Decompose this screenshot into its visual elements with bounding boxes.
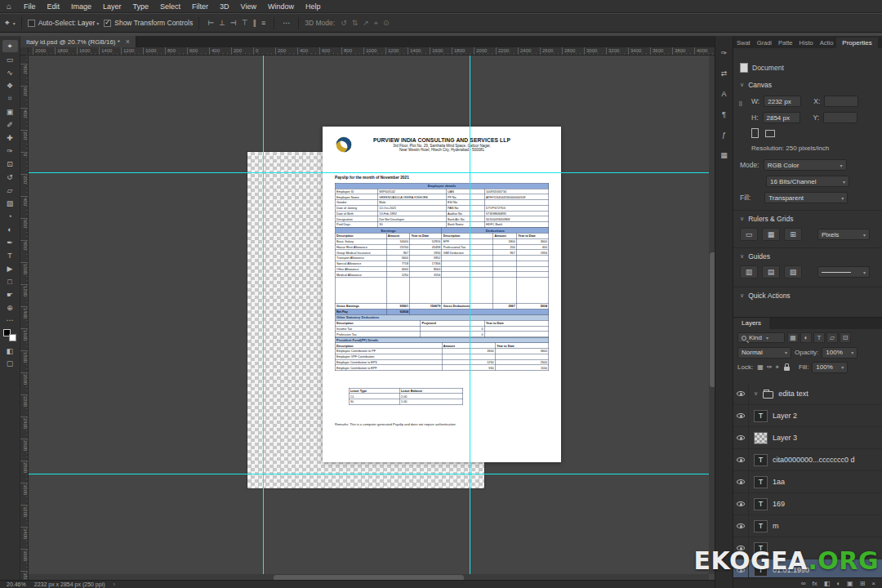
lock-all-icon[interactable]: [784, 367, 790, 371]
eraser-tool[interactable]: ▱: [2, 184, 18, 196]
document-tab[interactable]: Italy id.psd @ 20.7% (RGB/16) * ×: [20, 36, 136, 47]
color-swatches[interactable]: [3, 329, 16, 341]
link-dimensions-icon[interactable]: ∞: [737, 101, 745, 106]
3d-mode-icon[interactable]: ↺: [338, 19, 350, 28]
panel-tab-patte[interactable]: Patte: [775, 38, 796, 48]
lock-guides-icon[interactable]: ▤: [762, 265, 780, 278]
pen-tool[interactable]: ✒: [2, 236, 18, 248]
3d-mode-icon[interactable]: ↗: [360, 19, 372, 28]
shape-tool[interactable]: □: [2, 275, 18, 287]
menu-select[interactable]: Select: [154, 0, 186, 13]
close-tab-icon[interactable]: ×: [126, 38, 130, 46]
home-icon[interactable]: ⌂: [0, 0, 18, 13]
dodge-tool[interactable]: ◐: [2, 223, 18, 235]
new-layer-icon[interactable]: ⊞: [860, 580, 866, 587]
visibility-toggle[interactable]: [733, 493, 749, 515]
delete-layer-icon[interactable]: ×: [871, 580, 875, 587]
align-icon[interactable]: ⊣: [228, 19, 239, 27]
guide-horizontal-2[interactable]: [29, 474, 715, 474]
edit-toolbar-icon[interactable]: ⋯: [2, 314, 18, 326]
filter-smart-objects-icon[interactable]: ⊡: [840, 332, 851, 343]
panel-tab-properties[interactable]: Properties: [836, 38, 877, 48]
glyphs-panel-icon[interactable]: ƒ: [718, 129, 731, 140]
layer-fill-field[interactable]: 100%▾: [812, 362, 848, 373]
vertical-scrollbar[interactable]: [709, 56, 715, 574]
align-icon[interactable]: ⊥: [216, 19, 228, 27]
layer-group-icon[interactable]: ▣: [847, 580, 853, 587]
layer-row[interactable]: T169: [733, 493, 882, 515]
clone-stamp-tool[interactable]: ⊡: [2, 158, 18, 170]
align-icon[interactable]: ≡: [259, 19, 268, 27]
quick-actions-header[interactable]: ∨ Quick Actions: [740, 292, 791, 300]
visibility-toggle[interactable]: [733, 471, 749, 493]
tab-layers[interactable]: Layers: [733, 318, 769, 329]
3d-mode-icon[interactable]: ⇅: [350, 19, 361, 28]
layer-effects-icon[interactable]: fx: [812, 580, 817, 587]
filter-adjustment-layers-icon[interactable]: ◐: [800, 332, 812, 343]
align-icon[interactable]: ⊤: [239, 19, 251, 27]
link-layers-icon[interactable]: ∞: [801, 580, 806, 587]
visibility-toggle[interactable]: [733, 427, 749, 449]
brush-settings-panel-icon[interactable]: ✑: [718, 47, 731, 59]
ruler-units-select[interactable]: Pixels▾: [817, 229, 870, 240]
auto-select-checkbox[interactable]: [28, 20, 35, 27]
menu-type[interactable]: Type: [127, 0, 155, 13]
panel-tab-actio[interactable]: Actio: [817, 38, 837, 48]
filter-pixel-layers-icon[interactable]: ▦: [787, 332, 799, 343]
healing-brush-tool[interactable]: ✚: [2, 131, 18, 144]
landscape-orientation-icon[interactable]: [765, 130, 775, 137]
rulers-grids-header[interactable]: ∨ Rulers & Grids: [740, 215, 793, 223]
status-options-icon[interactable]: ›: [114, 581, 115, 587]
menu-layer[interactable]: Layer: [97, 0, 127, 13]
panel-tab-swat[interactable]: Swat: [733, 38, 754, 48]
layer-row[interactable]: Tcita0000000...ccccccc0 d: [733, 449, 882, 471]
adjustment-layer-icon[interactable]: ◐: [836, 580, 840, 587]
filter-type-layers-icon[interactable]: T: [813, 332, 825, 343]
quick-selection-tool[interactable]: ❖: [2, 79, 18, 91]
layer-row[interactable]: ∨edita text: [733, 383, 882, 405]
panel-tab-gradi[interactable]: Gradi: [754, 38, 775, 48]
brush-tool[interactable]: ✑: [2, 145, 18, 157]
guide-style-select[interactable]: ▾: [817, 266, 870, 278]
menu-help[interactable]: Help: [300, 0, 327, 13]
lock-pixels-icon[interactable]: ✑: [766, 363, 773, 372]
visibility-toggle[interactable]: [733, 449, 749, 471]
align-icon[interactable]: ∥: [251, 19, 260, 27]
toggle-grid-icon[interactable]: ▦: [762, 228, 780, 241]
lock-position-icon[interactable]: ⌖: [774, 363, 780, 372]
bit-depth-select[interactable]: 16 Bits/Channel▾: [766, 176, 849, 187]
auto-select-target-select[interactable]: Layer▾: [78, 19, 99, 27]
frame-tool[interactable]: ▣: [2, 105, 18, 118]
menu-filter[interactable]: Filter: [186, 0, 214, 13]
guide-horizontal-1[interactable]: [29, 172, 715, 173]
canvas-area[interactable]: PURVIEW INDIA CONSULTING AND SERVICES LL…: [29, 56, 715, 580]
collapse-panels-icon[interactable]: «: [878, 39, 882, 48]
layer-thumbnail[interactable]: T: [754, 454, 768, 466]
show-transform-checkbox[interactable]: [104, 20, 111, 27]
y-field[interactable]: [823, 112, 858, 123]
blur-tool[interactable]: ◔: [2, 210, 18, 222]
document-type-row[interactable]: Document: [740, 61, 875, 74]
opacity-field[interactable]: 100%▾: [822, 347, 858, 359]
toggle-pixel-grid-icon[interactable]: ⊞: [784, 228, 802, 241]
background-color-swatch[interactable]: [9, 334, 16, 341]
arrange-panel-icon[interactable]: ⇄: [718, 68, 731, 79]
layer-mask-icon[interactable]: ◧: [824, 580, 831, 587]
eyedropper-tool[interactable]: ✐: [2, 118, 18, 131]
lasso-tool[interactable]: ∿: [2, 66, 18, 78]
horizontal-ruler[interactable]: 2000180016001400120010008006004002000200…: [29, 47, 715, 56]
libraries-panel-icon[interactable]: ▦: [718, 149, 731, 161]
move-tool-icon[interactable]: ⌖: [5, 18, 10, 28]
layer-row[interactable]: Layer 3: [733, 427, 882, 449]
type-tool[interactable]: T: [2, 249, 18, 261]
character-panel-icon[interactable]: A: [718, 88, 731, 100]
vertical-ruler[interactable]: 8006004002000200400600800100012001400160…: [20, 56, 29, 580]
guides-header[interactable]: ∨ Guides: [740, 252, 770, 261]
x-field[interactable]: [824, 96, 858, 107]
3d-mode-icon[interactable]: ⊙: [381, 19, 392, 28]
panel-tab-histo[interactable]: Histo: [796, 38, 817, 48]
filter-shape-layers-icon[interactable]: ▱: [826, 332, 838, 343]
menu-window[interactable]: Window: [262, 0, 300, 13]
canvas-section-header[interactable]: ∨ Canvas: [740, 81, 772, 89]
blend-mode-select[interactable]: Normal▾: [737, 347, 791, 359]
